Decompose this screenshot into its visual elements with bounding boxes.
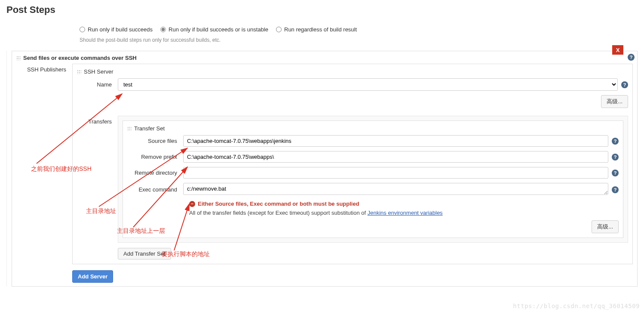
page-title: Post Steps (6, 4, 638, 15)
transfers-label: Transfers (77, 116, 118, 259)
drag-handle-icon[interactable] (127, 127, 132, 131)
transfer-set-block: Transfer Set Source files ? (123, 120, 623, 238)
drag-handle-icon[interactable] (16, 56, 21, 60)
error-icon: – (189, 201, 195, 207)
exec-command-input[interactable] (183, 183, 608, 195)
transfer-set-header: Transfer Set (134, 125, 165, 132)
help-icon[interactable]: ? (612, 186, 619, 193)
ssh-server-advanced-button[interactable]: 高级... (601, 95, 628, 108)
remote-directory-input[interactable] (183, 167, 608, 179)
close-button[interactable]: X (612, 45, 623, 55)
radio-run-regardless[interactable]: Run regardless of build result (276, 26, 357, 33)
radio-run-regardless-label: Run regardless of build result (284, 26, 357, 33)
add-transfer-set-button[interactable]: Add Transfer Set (118, 248, 171, 259)
transfer-advanced-button[interactable]: 高级... (592, 220, 619, 233)
validation-error: – Either Source files, Exec command or b… (189, 201, 619, 207)
ssh-name-label: Name (77, 81, 118, 88)
radio-run-succeeds-unstable-label: Run only if build succeeds or is unstabl… (169, 26, 268, 33)
ssh-publishers-label: SSH Publishers (16, 64, 72, 283)
error-message-text: Either Source files, Exec command or bot… (198, 201, 359, 207)
help-icon[interactable]: ? (612, 154, 619, 161)
ssh-server-block: SSH Server Name test ? (72, 64, 633, 264)
help-icon[interactable]: ? (612, 170, 619, 176)
ssh-publish-block: X ? Send files or execute commands over … (12, 51, 638, 287)
ssh-name-select[interactable]: test (118, 78, 618, 91)
transfer-info-text: All of the transfer fields (except for E… (189, 210, 619, 216)
drag-handle-icon[interactable] (77, 70, 81, 74)
ssh-block-title: Send files or execute commands over SSH (23, 55, 137, 61)
remote-directory-label: Remote directory (127, 170, 183, 176)
remove-prefix-label: Remove prefix (127, 154, 183, 160)
post-steps-help-text: Should the post-build steps run only for… (80, 37, 638, 43)
watermark-text: https://blog.csdn.net/qq_36014509 (513, 303, 640, 309)
radio-run-succeeds[interactable]: Run only if build succeeds (80, 26, 153, 33)
help-icon[interactable]: ? (628, 54, 635, 61)
radio-run-regardless-input[interactable] (276, 27, 282, 32)
env-vars-link[interactable]: Jenkins environment variables (368, 210, 443, 216)
radio-run-succeeds-unstable[interactable]: Run only if build succeeds or is unstabl… (160, 26, 268, 33)
radio-run-succeeds-input[interactable] (80, 27, 85, 32)
source-files-label: Source files (127, 138, 183, 144)
radio-run-succeeds-label: Run only if build succeeds (88, 26, 153, 33)
help-icon[interactable]: ? (621, 81, 628, 88)
radio-run-succeeds-unstable-input[interactable] (160, 27, 166, 32)
remove-prefix-input[interactable] (183, 151, 608, 163)
add-server-button[interactable]: Add Server (72, 270, 113, 283)
transfers-block: Transfer Set Source files ? (118, 116, 628, 243)
help-icon[interactable]: ? (612, 138, 619, 145)
source-files-input[interactable] (183, 135, 608, 147)
exec-command-label: Exec command (127, 186, 183, 193)
ssh-server-header: SSH Server (84, 68, 113, 75)
